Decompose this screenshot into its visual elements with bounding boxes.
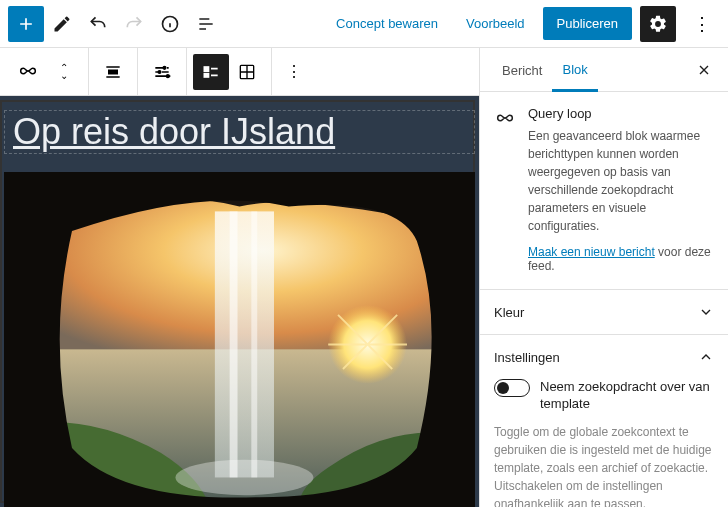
create-post-link[interactable]: Maak een nieuw bericht (528, 245, 655, 259)
top-toolbar: Concept bewaren Voorbeeld Publiceren ⋮ (0, 0, 728, 48)
chevron-down-icon: ⌄ (60, 72, 68, 80)
color-panel-title: Kleur (494, 305, 524, 320)
featured-image[interactable] (4, 172, 475, 507)
more-menu-button[interactable]: ⋮ (684, 13, 720, 35)
settings-panel: Instellingen Neem zoekopdracht over van … (480, 335, 728, 507)
post-title[interactable]: Op reis door IJsland (4, 110, 475, 154)
settings-panel-header[interactable]: Instellingen (480, 335, 728, 379)
inherit-query-toggle[interactable] (494, 379, 530, 397)
chevron-down-icon (698, 304, 714, 320)
svg-rect-11 (215, 211, 274, 477)
svg-rect-12 (230, 211, 238, 477)
svg-rect-5 (204, 67, 208, 71)
color-panel-header[interactable]: Kleur (480, 290, 728, 334)
inherit-query-help: Toggle om de globale zoekcontext te gebr… (494, 423, 714, 507)
settings-button[interactable] (640, 6, 676, 42)
block-description: Een geavanceerd blok waarmee berichttype… (528, 127, 714, 235)
publish-button[interactable]: Publiceren (543, 7, 632, 40)
svg-point-14 (175, 460, 313, 495)
svg-rect-13 (251, 211, 257, 477)
redo-button[interactable] (116, 6, 152, 42)
block-name: Query loop (528, 106, 714, 121)
editor-canvas[interactable]: Op reis door IJsland (0, 96, 479, 507)
align-button[interactable] (95, 54, 131, 90)
add-block-button[interactable] (8, 6, 44, 42)
inherit-query-label: Neem zoekopdracht over van template (540, 379, 714, 413)
tab-block[interactable]: Blok (552, 48, 597, 92)
list-view-button[interactable] (193, 54, 229, 90)
settings-sidebar: Bericht Blok Query loop Een geavanceerd … (480, 48, 728, 507)
outline-button[interactable] (188, 6, 224, 42)
editor-body: ⌃⌄ ⋮ (0, 48, 728, 507)
chevron-up-icon (698, 349, 714, 365)
svg-point-3 (158, 70, 161, 73)
inherit-query-row: Neem zoekopdracht over van template (494, 379, 714, 413)
query-loop-panel-icon (494, 108, 516, 273)
settings-panel-body: Neem zoekopdracht over van template Togg… (480, 379, 728, 507)
query-loop-icon[interactable] (10, 54, 46, 90)
editor-column: ⌃⌄ ⋮ (0, 48, 480, 507)
svg-point-2 (163, 66, 166, 69)
settings-panel-title: Instellingen (494, 350, 560, 365)
block-create-text: Maak een nieuw bericht voor deze feed. (528, 245, 714, 273)
display-settings-button[interactable] (144, 54, 180, 90)
save-draft-link[interactable]: Concept bewaren (326, 8, 448, 39)
block-info-text: Query loop Een geavanceerd blok waarmee … (528, 106, 714, 273)
svg-rect-1 (109, 70, 117, 73)
edit-mode-button[interactable] (44, 6, 80, 42)
close-icon (696, 62, 712, 78)
undo-button[interactable] (80, 6, 116, 42)
toggle-knob (497, 382, 509, 394)
preview-link[interactable]: Voorbeeld (456, 8, 535, 39)
block-info-panel: Query loop Een geavanceerd blok waarmee … (480, 92, 728, 290)
svg-rect-6 (204, 73, 208, 76)
color-panel: Kleur (480, 290, 728, 335)
cave-waterfall-image (4, 172, 475, 507)
top-toolbar-right: Concept bewaren Voorbeeld Publiceren ⋮ (326, 6, 720, 42)
close-sidebar-button[interactable] (692, 58, 716, 82)
grid-view-button[interactable] (229, 54, 265, 90)
move-handles[interactable]: ⌃⌄ (46, 54, 82, 90)
info-button[interactable] (152, 6, 188, 42)
tab-post[interactable]: Bericht (492, 49, 552, 90)
sidebar-tabs: Bericht Blok (480, 48, 728, 92)
svg-point-4 (167, 74, 170, 77)
block-more-button[interactable]: ⋮ (276, 54, 312, 90)
block-toolbar: ⌃⌄ ⋮ (0, 48, 479, 96)
